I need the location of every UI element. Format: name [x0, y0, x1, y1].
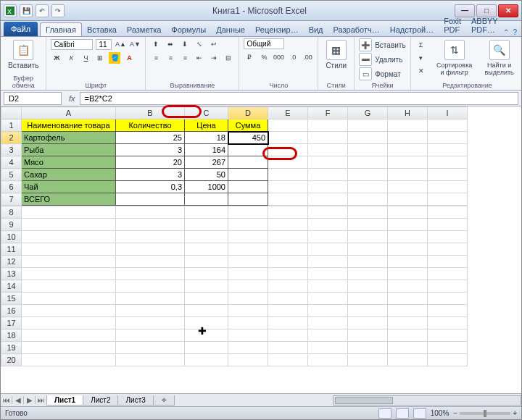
- row-header-10[interactable]: 10: [1, 231, 22, 243]
- cell-C1[interactable]: Цена: [185, 119, 228, 132]
- sheet-nav[interactable]: ⏮◀▶⏭: [1, 396, 47, 404]
- cell-E1[interactable]: [268, 119, 308, 132]
- insert-cells-button[interactable]: ➕Вставить: [359, 38, 405, 51]
- col-header-E[interactable]: E: [268, 107, 308, 119]
- tab-view[interactable]: Вид: [304, 23, 328, 36]
- ribbon-minimize-icon[interactable]: ⌃: [503, 28, 509, 36]
- view-normal-icon[interactable]: [378, 408, 392, 419]
- bold-icon[interactable]: Ж: [51, 52, 62, 64]
- col-header-A[interactable]: A: [22, 107, 116, 119]
- tab-formulas[interactable]: Формулы: [166, 23, 211, 36]
- worksheet-grid[interactable]: A B C D E F G H I 1 Наименование товара …: [1, 106, 521, 379]
- tab-insert[interactable]: Вставка: [82, 23, 122, 36]
- border-icon[interactable]: ⊞: [94, 52, 106, 64]
- col-header-D[interactable]: D: [228, 107, 268, 119]
- align-mid-icon[interactable]: ⬌: [165, 38, 176, 50]
- horizontal-scrollbar[interactable]: [333, 395, 521, 406]
- row-header-4[interactable]: 4: [1, 156, 22, 169]
- number-format-select[interactable]: Общий: [244, 38, 284, 49]
- currency-icon[interactable]: ₽: [244, 51, 255, 63]
- sheet-tab-2[interactable]: Лист2: [83, 395, 118, 406]
- cell-C2[interactable]: 18: [185, 132, 228, 144]
- shrink-font-icon[interactable]: A▼: [129, 38, 141, 50]
- orient-icon[interactable]: ⤡: [194, 38, 205, 50]
- row-header-20[interactable]: 20: [1, 354, 22, 366]
- zoom-slider[interactable]: −+: [453, 409, 517, 417]
- row-header-15[interactable]: 15: [1, 293, 22, 305]
- excel-icon[interactable]: X: [4, 4, 17, 17]
- tab-home[interactable]: Главная: [40, 22, 82, 36]
- sheet-tab-3[interactable]: Лист3: [117, 395, 153, 406]
- dec-dec-icon[interactable]: .00: [302, 51, 313, 63]
- fill-icon[interactable]: ▾: [415, 52, 427, 64]
- redo-icon[interactable]: ↷: [51, 4, 65, 17]
- tab-addins[interactable]: Надстрой…: [385, 23, 439, 36]
- comma-icon[interactable]: 000: [273, 51, 284, 63]
- tab-layout[interactable]: Разметка: [122, 23, 167, 36]
- formula-input[interactable]: =B2*C2: [80, 92, 518, 105]
- col-header-F[interactable]: F: [308, 107, 348, 119]
- row-header-1[interactable]: 1: [1, 119, 22, 132]
- underline-icon[interactable]: Ч: [80, 52, 91, 64]
- save-icon[interactable]: 💾: [20, 4, 33, 17]
- col-header-G[interactable]: G: [348, 107, 388, 119]
- percent-icon[interactable]: %: [258, 51, 270, 63]
- clear-icon[interactable]: ✕: [415, 65, 427, 77]
- tab-abbyy[interactable]: ABBYY PDF…: [466, 14, 503, 36]
- sheet-tab-1[interactable]: Лист1: [46, 395, 83, 406]
- name-box[interactable]: D2: [4, 92, 62, 105]
- row-header-5[interactable]: 5: [1, 169, 22, 181]
- row-header-18[interactable]: 18: [1, 329, 22, 342]
- new-sheet-button[interactable]: ✧: [153, 395, 175, 406]
- tab-developer[interactable]: Разработч…: [328, 23, 385, 36]
- fx-icon[interactable]: fx: [65, 94, 80, 103]
- cell-A2[interactable]: Картофель: [22, 132, 116, 144]
- tab-data[interactable]: Данные: [211, 23, 250, 36]
- row-header-13[interactable]: 13: [1, 268, 22, 280]
- row-header-12[interactable]: 12: [1, 256, 22, 268]
- col-header-C[interactable]: C: [185, 107, 228, 119]
- cell-B1[interactable]: Количество: [116, 119, 185, 132]
- align-bot-icon[interactable]: ⬇: [179, 38, 191, 50]
- col-header-B[interactable]: B: [116, 107, 185, 119]
- view-break-icon[interactable]: [413, 408, 426, 419]
- cell-A1[interactable]: Наименование товара: [22, 119, 116, 132]
- row-header-3[interactable]: 3: [1, 144, 22, 156]
- row-header-8[interactable]: 8: [1, 206, 22, 219]
- align-top-icon[interactable]: ⬆: [150, 38, 162, 50]
- align-left-icon[interactable]: ≡: [150, 52, 162, 64]
- italic-icon[interactable]: К: [65, 52, 77, 64]
- sort-filter-button[interactable]: ⇅ Сортировка и фильтр: [433, 38, 476, 77]
- indent-dec-icon[interactable]: ⇤: [194, 52, 205, 64]
- row-header-16[interactable]: 16: [1, 305, 22, 317]
- paste-button[interactable]: 📋 Вставить: [5, 38, 41, 71]
- wrap-icon[interactable]: ↩: [208, 38, 220, 50]
- align-right-icon[interactable]: ≡: [179, 52, 191, 64]
- styles-button[interactable]: ▦ Стили: [323, 38, 349, 71]
- row-header-7[interactable]: 7: [1, 193, 22, 206]
- tab-review[interactable]: Рецензир…: [250, 23, 304, 36]
- font-family-select[interactable]: Calibri: [51, 39, 93, 50]
- row-header-17[interactable]: 17: [1, 317, 22, 329]
- font-color-icon[interactable]: A: [123, 52, 135, 64]
- delete-cells-button[interactable]: ➖Удалить: [359, 53, 405, 66]
- help-icon[interactable]: ?: [513, 28, 518, 36]
- view-layout-icon[interactable]: [396, 408, 409, 419]
- col-header-I[interactable]: I: [428, 107, 468, 119]
- merge-icon[interactable]: ⊟: [223, 52, 234, 64]
- grow-font-icon[interactable]: A▲: [115, 38, 126, 50]
- format-cells-button[interactable]: ▭Формат: [359, 67, 405, 80]
- font-size-select[interactable]: 11: [96, 39, 112, 50]
- inc-dec-icon[interactable]: .0: [287, 51, 299, 63]
- cell-B2[interactable]: 25: [116, 132, 185, 144]
- cell-D2[interactable]: 450: [228, 132, 268, 144]
- row-header-19[interactable]: 19: [1, 342, 22, 354]
- col-header-H[interactable]: H: [388, 107, 428, 119]
- zoom-level[interactable]: 100%: [431, 409, 450, 417]
- row-header-2[interactable]: 2: [1, 132, 22, 144]
- fill-color-icon[interactable]: 🪣: [109, 52, 120, 64]
- row-header-11[interactable]: 11: [1, 243, 22, 256]
- autosum-icon[interactable]: Σ: [415, 39, 427, 51]
- row-header-6[interactable]: 6: [1, 181, 22, 193]
- undo-icon[interactable]: ↶: [36, 4, 49, 17]
